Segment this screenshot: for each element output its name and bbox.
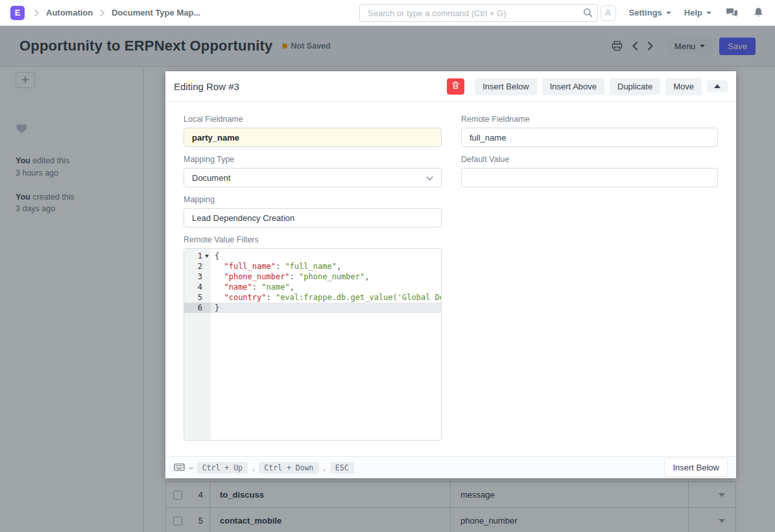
shortcut-dash: –: [189, 463, 193, 472]
code-lines: { "full_name": "full_name", "phone_numbe…: [211, 249, 441, 313]
code-line: "phone_number": "phone_number",: [211, 272, 441, 282]
field-remote-value-filters: Remote Value Filters 123456 { "full_name…: [184, 235, 442, 441]
help-menu[interactable]: Help: [684, 8, 711, 17]
field-mapping: Mapping: [184, 195, 442, 227]
shortcut-ctrl-up: Ctrl + Up: [197, 462, 248, 474]
chevron-right-icon: [99, 9, 105, 17]
code-line: }: [211, 303, 441, 313]
settings-menu[interactable]: Settings: [629, 8, 671, 17]
caret-down-icon: [666, 12, 671, 14]
mapping-input[interactable]: [184, 208, 442, 227]
keyboard-icon: [174, 462, 185, 474]
field-label: Mapping Type: [184, 155, 442, 164]
collapse-row-button[interactable]: [707, 80, 728, 92]
row-editor-actions: Insert Below Insert Above Duplicate Move: [447, 78, 728, 95]
row-editor-footer: – Ctrl + Up , Ctrl + Down , ESC Insert B…: [165, 456, 736, 478]
code-gutter: 123456: [184, 249, 211, 440]
insert-above-button[interactable]: Insert Above: [542, 78, 604, 95]
code-line: "name": "name",: [211, 282, 441, 292]
code-line: "country": "eval:frappe.db.get_value('Gl…: [211, 292, 441, 303]
app: E Automation Document Type Map... A Sett…: [0, 0, 775, 532]
code-line-number: 4: [184, 282, 211, 292]
row-editor-form: Local Fieldname Mapping Type Document: [165, 102, 736, 461]
delete-row-button[interactable]: [447, 78, 464, 95]
field-local-fieldname: Local Fieldname: [184, 115, 442, 147]
insert-below-button[interactable]: Insert Below: [475, 78, 537, 95]
user-avatar[interactable]: A: [601, 5, 616, 21]
navbar-right: A Settings Help: [601, 5, 765, 21]
code-line-number: 2: [184, 261, 211, 272]
global-search: [359, 4, 598, 22]
row-editor-title: Editing Row #3: [174, 81, 239, 92]
row-editor-header: Editing Row #3 Insert Below Insert Above…: [165, 71, 736, 102]
chevron-right-icon: [34, 9, 40, 17]
search-icon: [583, 8, 593, 20]
breadcrumb-item-automation[interactable]: Automation: [46, 8, 93, 17]
help-menu-label: Help: [684, 8, 702, 17]
remote-value-filters-editor[interactable]: 123456 { "full_name": "full_name", "phon…: [184, 248, 442, 441]
trash-icon: [452, 81, 459, 91]
footer-insert-below-button[interactable]: Insert Below: [664, 458, 728, 477]
fold-caret-icon[interactable]: [205, 255, 209, 258]
caret-down-icon: [706, 12, 711, 14]
settings-menu-label: Settings: [629, 8, 662, 17]
code-line-number: 5: [184, 292, 211, 303]
field-remote-fieldname: Remote Fieldname: [461, 115, 718, 147]
field-label: Local Fieldname: [184, 115, 442, 124]
row-editor-panel: Editing Row #3 Insert Below Insert Above…: [165, 71, 736, 478]
code-line: "full_name": "full_name",: [211, 261, 441, 272]
form-column-right: Remote Fieldname Default Value: [461, 115, 718, 448]
code-line-number: 6: [184, 303, 211, 313]
search-input[interactable]: [359, 4, 598, 22]
field-label: Remote Fieldname: [461, 115, 718, 124]
shortcut-separator: ,: [252, 463, 254, 472]
bell-icon[interactable]: [752, 6, 765, 19]
chat-icon[interactable]: [724, 6, 739, 19]
field-default-value: Default Value: [461, 155, 718, 187]
chevron-down-icon: [426, 173, 433, 183]
remote-fieldname-input[interactable]: [461, 128, 718, 147]
caret-up-icon: [714, 84, 721, 88]
field-label: Remote Value Filters: [184, 235, 442, 244]
app-logo[interactable]: E: [10, 6, 25, 20]
field-label: Default Value: [461, 155, 718, 164]
mapping-type-select[interactable]: Document: [184, 168, 442, 187]
breadcrumb: Automation Document Type Map...: [34, 8, 200, 17]
local-fieldname-input[interactable]: [184, 128, 442, 147]
mapping-type-value: Document: [192, 173, 230, 183]
code-line-number: 3: [184, 272, 211, 282]
code-line: {: [211, 251, 441, 261]
navbar: E Automation Document Type Map... A Sett…: [0, 0, 775, 26]
breadcrumb-item-doctype-map[interactable]: Document Type Map...: [112, 8, 200, 17]
move-button[interactable]: Move: [665, 78, 702, 95]
field-mapping-type: Mapping Type Document: [184, 155, 442, 187]
shortcut-ctrl-down: Ctrl + Down: [259, 462, 318, 474]
form-column-left: Local Fieldname Mapping Type Document: [184, 115, 442, 448]
field-label: Mapping: [184, 195, 442, 204]
code-line-number: 1: [184, 251, 211, 261]
shortcut-esc: ESC: [330, 462, 354, 474]
default-value-input[interactable]: [461, 168, 718, 187]
duplicate-button[interactable]: Duplicate: [610, 78, 660, 95]
shortcut-separator: ,: [324, 463, 326, 472]
